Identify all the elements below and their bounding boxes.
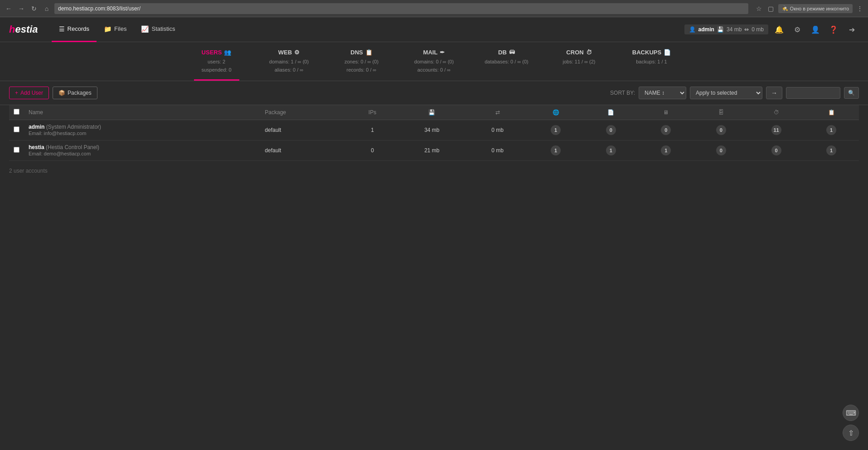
cron-stat-1: jobs: 11 / ∞ (2) [563,58,595,66]
add-user-button[interactable]: + Add User [9,87,49,99]
sort-select[interactable]: NAME ↕ PACKAGE ↕ [639,87,686,99]
db-stat-1: databases: 0 / ∞ (0) [485,58,529,66]
user-ips-hestia: 0 [348,140,397,161]
reload-btn[interactable]: ↻ [29,4,39,14]
user-email-hestia: Email: demo@hestiacp.com [29,151,91,156]
user-name-cell-admin: admin (System Administrator) Email: info… [24,120,260,140]
main-nav: ☰ Records 📁 Files 📈 Statistics [52,17,183,42]
sub-nav: USERS 👥 users: 2 suspended: 0 WEB ⚙ doma… [0,42,868,81]
packages-icon: 📦 [58,90,65,96]
web-label: WEB [278,49,292,56]
users-label: USERS [202,49,222,56]
web-icon: ⚙ [294,49,300,56]
users-table: Name Package IPs 💾 ⇄ 🌐 📄 🖥 [9,105,859,161]
apply-to-selected-select[interactable]: Apply to selected Suspend Unsuspend Dele… [690,87,762,99]
table-row: hestia (Hestia Control Panel) Email: dem… [9,140,859,161]
logout-btn[interactable]: ➔ [844,22,859,37]
subnav-dns[interactable]: DNS 📋 zones: 0 / ∞ (0) records: 0 / ∞ [339,49,384,81]
profile-btn[interactable]: 👤 [808,22,823,37]
settings-btn[interactable]: ⚙ [790,22,805,37]
menu-btn[interactable]: ⋮ [855,4,864,13]
user-label-admin: (System Administrator) [46,124,101,130]
subnav-web[interactable]: WEB ⚙ domains: 1 / ∞ (0) aliases: 0 / ∞ [267,49,312,81]
nav-tab-records[interactable]: ☰ Records [52,17,97,42]
packages-button[interactable]: 📦 Packages [53,87,97,99]
mail-label: MAIL [423,49,438,56]
mail-stat-1: domains: 0 / ∞ (0) [414,58,454,66]
mail-col-icon: 🖥 [663,109,669,116]
dns-label: DNS [350,49,363,56]
user-bandwidth: 0 mb [752,26,764,33]
web-col-icon: 🌐 [553,109,559,116]
user-disk-hestia: 21 mb [397,140,467,161]
subnav-cron[interactable]: CRON ⏱ jobs: 11 / ∞ (2) [557,49,602,81]
subnav-users-title: USERS 👥 [202,49,232,56]
help-btn[interactable]: ❓ [826,22,841,37]
subnav-db[interactable]: DB 🕶 databases: 0 / ∞ (0) [484,49,529,81]
bw-icon: ⇔ [744,26,749,33]
subnav-dns-title: DNS 📋 [350,49,372,56]
user-backups-hestia: 1 [826,145,836,155]
subnav-backups-title: BACKUPS 📄 [632,49,671,56]
select-all-checkbox[interactable] [14,109,19,115]
col-header-dns2: 📄 [583,105,639,120]
cron-icon: ⏱ [586,49,592,56]
tab-btn[interactable]: ▢ [766,4,776,13]
row-checkbox-admin[interactable] [14,126,19,132]
nav-tab-files-label: Files [114,25,126,32]
home-btn[interactable]: ⌂ [42,4,52,14]
table-body: admin (System Administrator) Email: info… [9,120,859,161]
subnav-backups[interactable]: BACKUPS 📄 backups: 1 / 1 [629,49,674,81]
col-header-mail2: 🖥 [639,105,694,120]
user-icon: 👤 [689,26,696,33]
incognito-icon: 🕵 [782,5,788,11]
scroll-top-btn[interactable]: ⇧ [843,425,859,441]
search-button[interactable]: 🔍 [844,87,859,99]
logo: hestia [9,24,38,35]
notification-btn[interactable]: 🔔 [772,22,786,37]
user-dns-hestia: 1 [606,145,616,155]
back-btn[interactable]: ← [4,4,14,14]
go-button[interactable]: → [766,87,782,99]
bw-col-icon: ⇄ [495,109,500,116]
bookmark-btn[interactable]: ☆ [755,4,764,13]
users-stat-2: suspended: 0 [201,66,231,74]
subnav-dns-stats: zones: 0 / ∞ (0) records: 0 / ∞ [344,58,378,74]
subnav-web-title: WEB ⚙ [278,49,300,56]
records-icon: ☰ [59,25,65,33]
user-db-hestia: 0 [716,145,726,155]
col-header-ips: IPs [348,105,397,120]
cron-col-icon: ⏱ [774,109,779,116]
forward-btn[interactable]: → [16,4,26,14]
user-backups-admin: 1 [826,125,836,135]
subnav-web-stats: domains: 1 / ∞ (0) aliases: 0 / ∞ [269,58,309,74]
subnav-backups-stats: backups: 1 / 1 [636,58,667,66]
user-web-hestia: 1 [551,145,561,155]
subnav-mail-title: MAIL ✒ [423,49,445,56]
search-input[interactable] [786,87,840,99]
add-user-label: Add User [20,90,43,96]
address-bar[interactable] [54,3,748,14]
incognito-badge: 🕵 Окно в режиме инкогнито [778,4,853,13]
scroll-top-icon: ⇧ [848,429,854,437]
mail-stat-2: accounts: 0 / ∞ [414,66,454,74]
keyboard-btn[interactable]: ⌨ [843,405,859,421]
subnav-users[interactable]: USERS 👥 users: 2 suspended: 0 [194,49,239,81]
col-header-db2: 🗄 [693,105,749,120]
dns-icon: 📋 [365,49,373,56]
col-header-cron2: ⏱ [749,105,804,120]
mail-icon: ✒ [440,49,445,56]
dns-stat-2: records: 0 / ∞ [344,66,378,74]
nav-tab-statistics[interactable]: 📈 Statistics [134,17,182,42]
nav-tab-files[interactable]: 📁 Files [97,17,134,42]
subnav-mail[interactable]: MAIL ✒ domains: 0 / ∞ (0) accounts: 0 / … [412,49,457,81]
row-checkbox-hestia[interactable] [14,147,19,153]
table-container: Name Package IPs 💾 ⇄ 🌐 📄 🖥 [0,105,868,161]
incognito-text: Окно в режиме инкогнито [790,6,849,11]
backups-icon: 📄 [664,49,671,56]
subnav-mail-stats: domains: 0 / ∞ (0) accounts: 0 / ∞ [414,58,454,74]
user-info: 👤 admin 💾 34 mb ⇔ 0 mb [684,24,768,34]
sort-by-label: SORT BY: [610,90,635,96]
subnav-db-stats: databases: 0 / ∞ (0) [485,58,529,66]
count-text: 2 user accounts [9,168,48,174]
